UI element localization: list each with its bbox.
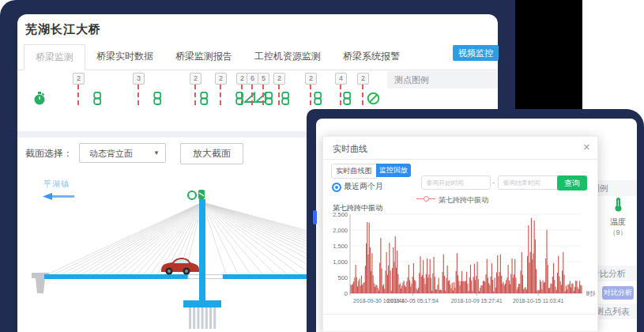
svg-text:2018-10-05 05:17:54: 2018-10-05 05:17:54 [387,298,439,304]
compare-analysis-button[interactable]: 对比分析 [602,286,634,300]
scrollbar-thumb[interactable] [313,210,317,224]
tab-0[interactable]: 桥梁监测 [24,44,85,70]
sensor-dashed-line [137,85,139,105]
link-icon[interactable] [314,92,322,108]
screenshot-canvas: 芜湖长江大桥 桥梁监测桥梁实时数据桥梁监测报告工控机资源监测桥梁系统报警 视频监… [0,0,644,332]
sensor-count-badge[interactable]: 3 [133,73,145,85]
query-button[interactable]: 查询 [557,175,587,191]
svg-text:1,500: 1,500 [333,243,348,250]
sensor-count-badge[interactable]: 2 [190,73,201,85]
temperature-label: 温度 [599,217,637,228]
sensor-count-badge[interactable]: 2 [273,73,285,85]
main-tabbar: 桥梁监测桥梁实时数据桥梁监测报告工控机资源监测桥梁系统报警 [17,44,498,70]
link-icon[interactable] [93,92,102,108]
watch-icon[interactable] [33,92,46,109]
sensor-count-badge[interactable]: 2 [73,73,85,85]
page-title: 芜湖长江大桥 [25,22,101,37]
tab-2[interactable]: 桥梁监测报告 [164,44,243,69]
sensor-count-badge[interactable]: 4 [335,73,347,85]
legend-line-marker [416,198,435,199]
bridge-tower [199,199,205,300]
tower-piles [189,307,216,329]
svg-text:0: 0 [345,290,348,297]
svg-text:2018-10-09 15:27:41: 2018-10-09 15:27:41 [451,298,503,304]
sensor-count-badge[interactable]: 6 [247,73,258,85]
link-icon[interactable] [265,92,273,108]
svg-text:2,000: 2,000 [333,227,348,234]
sensor-dashed-line [220,85,221,105]
sensor-dashed-line [362,85,363,105]
sensor-dashed-line [251,85,253,105]
query-start-time-input[interactable] [421,175,491,190]
link-icon[interactable] [200,92,209,108]
sidebar-temperature-item[interactable]: 温度 （9） [599,198,637,238]
tab-3[interactable]: 工控机资源监测 [243,44,332,69]
vibration-chart[interactable]: 05001,0001,5002,0002,5002018-09-30 16:01… [330,209,595,312]
video-monitor-button[interactable]: 视频监控 [453,45,499,61]
bridge-deck [223,274,310,279]
legend-panel-title: 测点图例 [387,71,498,89]
link-icon[interactable] [281,92,290,108]
sensor-dashed-line [340,85,341,105]
dialog-footer-divider [323,314,597,315]
tab-4[interactable]: 桥梁系统报警 [332,44,411,69]
radio-label: 最近两个月 [344,181,383,192]
left-arrow-icon [43,193,74,200]
temperature-count: （9） [599,228,637,238]
sensor-dashed-line [194,85,196,105]
section-select-label: 截面选择： [25,147,73,160]
dialog-title: 实时曲线 [333,143,367,155]
bridge-deck [44,274,188,279]
sensor-dashed-line [310,85,311,105]
thermometer-icon [613,198,623,212]
dialog-header: 实时曲线 ✕ [323,137,597,160]
tower-top-sensor-icons[interactable] [188,190,205,199]
tower-cap [183,300,221,307]
link-icon[interactable] [343,92,352,108]
sensor-dashed-line [278,85,280,105]
sensor-row: 23222652242 [17,71,389,114]
zoom-section-button[interactable]: 放大截面 [180,143,243,164]
svg-text:2,500: 2,500 [333,211,348,218]
sensor-dashed-line [77,85,79,105]
link-icon[interactable] [153,92,162,108]
chart-legend-label: 第七跨跨中振动 [439,195,488,206]
angle-icon[interactable] [244,92,255,107]
close-icon[interactable]: ✕ [583,142,590,153]
tab-1[interactable]: 桥梁实时数据 [85,44,164,69]
realtime-curve-dialog: 实时曲线 ✕ 实时曲线图 监控回放 最近两个月 - 查询 第七跨跨中振动 第七跨… [322,136,598,332]
black-rect-top-right [515,0,582,109]
sensor-count-badge[interactable]: 2 [215,73,227,85]
svg-text:1,000: 1,000 [333,258,348,266]
sensor-count-badge[interactable]: 2 [305,73,317,85]
range-separator: - [492,179,495,187]
sensor-count-badge[interactable]: 2 [357,73,369,85]
noentry-icon[interactable] [367,92,380,108]
svg-text:时间: 时间 [586,290,595,297]
tab-realtime-curve[interactable]: 实时曲线图 [331,164,377,179]
link-icon[interactable] [235,92,244,108]
radio-last-two-months[interactable] [332,183,341,192]
tab-monitor-playback[interactable]: 监控回放 [376,164,411,177]
svg-text:500: 500 [337,274,348,281]
car [161,258,199,275]
sensor-count-badge[interactable]: 5 [258,73,269,85]
chevron-down-icon[interactable]: ▼ [153,143,160,163]
svg-text:2018-10-15 11:03:41: 2018-10-15 11:03:41 [513,298,564,304]
